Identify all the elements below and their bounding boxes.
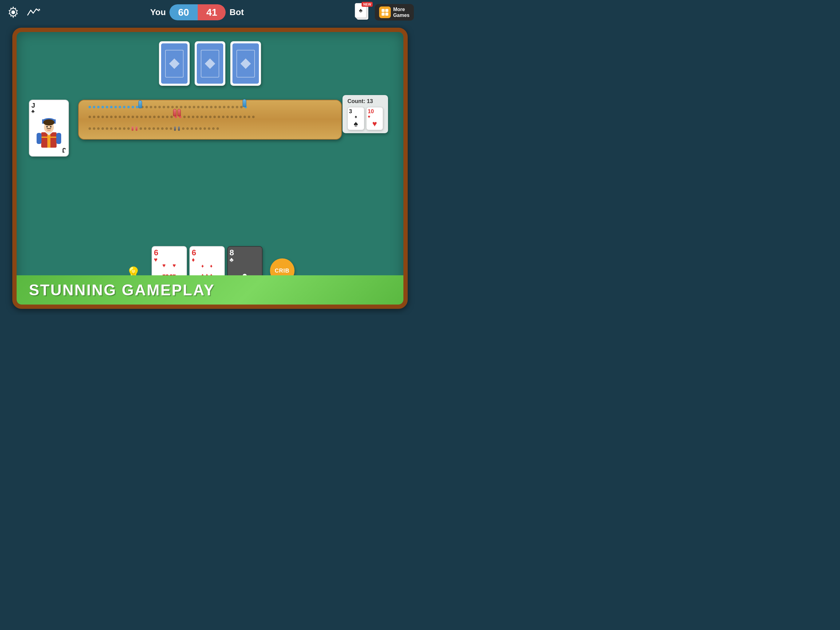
empty-hole — [193, 106, 195, 108]
bot-score: 41 — [198, 4, 226, 20]
player-score: 60 — [169, 4, 198, 20]
bot-label: Bot — [226, 7, 248, 17]
count-display: Count: 13 3 ♠ ♠ 10 ♥ ♥ — [343, 95, 388, 133]
blue-hole — [132, 106, 134, 108]
empty-hole — [236, 106, 238, 108]
count-card-value: 3 — [349, 109, 363, 114]
red-peg-2 — [177, 109, 181, 116]
empty-hole — [123, 116, 125, 118]
empty-hole — [167, 106, 169, 108]
empty-hole — [158, 116, 160, 118]
score-pill: 60 41 — [169, 4, 226, 20]
empty-hole — [214, 106, 217, 108]
bot-card-2 — [195, 41, 225, 86]
count-card-suit: ♥ — [368, 114, 382, 119]
empty-hole — [210, 106, 212, 108]
empty-hole — [197, 106, 199, 108]
play-card-value: 8 — [230, 249, 260, 256]
empty-hole — [171, 116, 173, 118]
empty-hole — [110, 116, 112, 118]
small-neutral-peg-2 — [178, 127, 180, 131]
svg-point-18 — [50, 126, 52, 127]
empty-hole — [145, 106, 148, 108]
svg-rect-16 — [56, 133, 61, 144]
new-cards-button[interactable]: ♣ NEW — [354, 4, 371, 21]
score-area: You 60 41 Bot — [146, 4, 248, 20]
empty-hole — [232, 106, 234, 108]
empty-hole — [154, 106, 156, 108]
settings-button[interactable] — [6, 6, 20, 19]
stats-button[interactable] — [26, 6, 40, 19]
more-games-label: MoreGames — [393, 6, 409, 18]
stats-icon — [27, 8, 40, 17]
empty-hole — [145, 116, 147, 118]
empty-hole — [149, 116, 151, 118]
empty-hole — [188, 106, 191, 108]
count-card-center-suit: ♥ — [368, 119, 382, 128]
bot-card-3 — [230, 41, 261, 86]
blue-hole — [119, 106, 121, 108]
empty-hole — [175, 106, 178, 108]
blue-hole — [93, 106, 95, 108]
bot-hand — [159, 41, 261, 86]
empty-hole — [97, 116, 99, 118]
jack-value-bottom: J — [62, 146, 66, 154]
blue-hole — [136, 106, 138, 108]
empty-hole — [180, 106, 182, 108]
empty-hole — [132, 116, 134, 118]
small-red-peg — [132, 127, 133, 131]
count-card-center-suit: ♠ — [349, 119, 363, 128]
play-card-value: 6 — [154, 249, 185, 256]
empty-hole — [158, 106, 161, 108]
empty-hole — [171, 106, 174, 108]
blue-hole — [114, 106, 117, 108]
empty-hole — [227, 106, 230, 108]
cribbage-board — [78, 100, 342, 140]
count-card-value: 10 — [368, 109, 382, 114]
top-bar: You 60 41 Bot ♣ NEW — [0, 0, 420, 25]
empty-hole — [153, 116, 156, 118]
jack-card: J ♣ — [29, 100, 69, 157]
count-card-suit: ♠ — [349, 114, 363, 119]
svg-rect-13 — [41, 136, 57, 138]
svg-rect-4 — [385, 9, 388, 12]
jack-suit: ♣ — [32, 109, 66, 114]
blue-hole — [106, 106, 108, 108]
play-card-suit-small: ♦ — [192, 256, 222, 263]
count-label: Count: 13 — [347, 98, 383, 104]
empty-hole — [163, 106, 165, 108]
jack-value: J — [32, 102, 66, 109]
blue-hole — [101, 106, 104, 108]
play-card-value: 6 — [192, 249, 222, 256]
gear-icon — [7, 6, 19, 18]
banner-text: STUNNING GAMEPLAY — [29, 281, 215, 299]
empty-hole — [101, 116, 104, 118]
count-card-10-hearts[interactable]: 10 ♥ ♥ — [366, 107, 383, 130]
empty-hole — [119, 116, 121, 118]
blue-peg-2 — [243, 99, 246, 107]
empty-hole — [140, 116, 143, 118]
blue-hole — [97, 106, 99, 108]
more-games-icon — [379, 6, 391, 18]
svg-point-17 — [46, 126, 48, 127]
play-card-suit-small: ♣ — [230, 256, 260, 263]
count-card-3-spades[interactable]: 3 ♠ ♠ — [347, 107, 364, 130]
svg-rect-6 — [385, 13, 388, 16]
empty-hole — [93, 116, 95, 118]
count-cards: 3 ♠ ♠ 10 ♥ ♥ — [347, 107, 383, 130]
blue-hole — [110, 106, 112, 108]
empty-hole — [136, 116, 138, 118]
new-badge: NEW — [362, 2, 373, 7]
svg-rect-3 — [382, 9, 385, 12]
player-label: You — [146, 7, 169, 17]
blue-hole — [88, 106, 91, 108]
empty-hole — [88, 116, 91, 118]
blue-peg — [138, 100, 142, 108]
red-peg-1 — [173, 109, 177, 116]
empty-hole — [166, 116, 169, 118]
empty-hole — [127, 116, 130, 118]
game-board: J ♣ — [12, 28, 408, 309]
blue-hole — [127, 106, 130, 108]
empty-hole — [240, 106, 243, 108]
more-games-button[interactable]: MoreGames — [375, 4, 414, 21]
